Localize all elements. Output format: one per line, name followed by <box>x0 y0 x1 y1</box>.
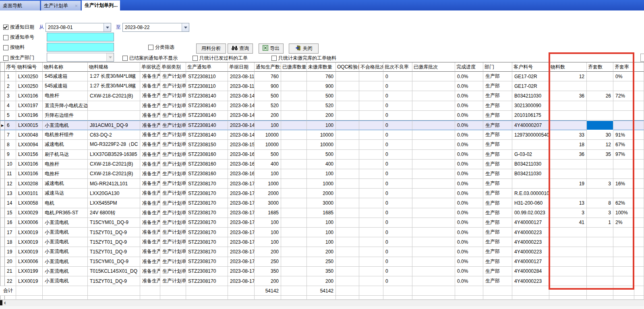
cell-kit[interactable] <box>587 72 613 81</box>
cell-badrate[interactable]: 0 <box>383 101 412 111</box>
cell-spec[interactable]: J81ACM01_DQ-9 <box>88 120 140 130</box>
cell-spec[interactable]: T15ZYT01_DQ-9 <box>88 276 140 286</box>
cell-spec[interactable]: T15CYM01_DQ-9 <box>88 257 140 267</box>
cell-code[interactable]: LXX0250 <box>16 72 43 81</box>
cell-unq[interactable] <box>359 160 383 169</box>
row-indicator[interactable] <box>0 179 5 189</box>
cell-seq[interactable]: 14 <box>5 198 16 208</box>
cell-dept[interactable]: 生产部 <box>483 189 512 198</box>
cell-badrate[interactable]: 0 <box>383 160 412 169</box>
cell-badrate[interactable]: 0 <box>383 72 412 81</box>
cell-dept[interactable]: 生产部 <box>483 81 512 91</box>
cell-status[interactable]: 准备生产 <box>140 208 160 218</box>
date-to-combo[interactable]: 2023-08-22 <box>122 23 189 32</box>
column-header-unpaid[interactable]: 未缴库数量 <box>307 62 336 72</box>
cell-notice[interactable]: STZ2308170 <box>186 208 228 218</box>
cell-status[interactable]: 准备生产 <box>140 91 160 101</box>
cell-oqc[interactable] <box>336 169 359 179</box>
cell-seq[interactable]: 5 <box>5 111 16 120</box>
cell-badrate[interactable]: 0 <box>383 169 412 179</box>
cell-extra[interactable] <box>634 228 644 237</box>
column-header-progress[interactable]: 完成进度 <box>455 62 483 72</box>
cell-paid[interactable] <box>281 81 307 91</box>
cell-spec[interactable]: 1:27 长度30/M4*L8螺 <box>88 81 140 91</box>
cell-unpaid[interactable]: 2000 <box>307 189 336 198</box>
cell-oqc[interactable] <box>336 247 359 257</box>
cell-unpaid[interactable]: 760 <box>307 72 336 81</box>
cell-cust[interactable]: GE17-02R <box>512 72 549 81</box>
cell-kitrate[interactable] <box>613 237 634 247</box>
cell-paid[interactable] <box>281 228 307 237</box>
cell-paid[interactable] <box>281 120 307 130</box>
cell-dept[interactable]: 生产部 <box>483 140 512 149</box>
cell-dept[interactable]: 生产部 <box>483 208 512 218</box>
cell-qty[interactable]: 1000 <box>255 179 281 189</box>
row-indicator[interactable] <box>0 247 5 257</box>
cell-type[interactable]: 生产计划单 <box>160 160 186 169</box>
cell-seq[interactable]: 10 <box>5 160 16 169</box>
cell-notice[interactable]: STZ2308140 <box>186 111 228 120</box>
cell-type[interactable]: 生产计划单 <box>160 179 186 189</box>
cell-badrate[interactable]: 0 <box>383 179 412 189</box>
cell-date[interactable]: 2023-08-14 <box>228 130 255 140</box>
cell-oqc[interactable] <box>336 140 359 149</box>
cell-dept[interactable]: 生产部 <box>483 130 512 140</box>
cell-unpaid[interactable]: 100 <box>307 169 336 179</box>
cell-mat[interactable]: 18 <box>549 140 587 149</box>
cell-badrate[interactable]: 0 <box>383 130 412 140</box>
cell-extra[interactable] <box>634 150 644 160</box>
cell-progress[interactable]: 0.0% <box>455 198 483 208</box>
cell-paid[interactable] <box>281 247 307 257</box>
cell-dept[interactable]: 生产部 <box>483 267 512 276</box>
cell-kitrate[interactable] <box>613 81 634 91</box>
cell-dept[interactable]: 生产部 <box>483 111 512 120</box>
row-indicator[interactable] <box>0 276 5 286</box>
cell-progress[interactable]: 0.0% <box>455 169 483 179</box>
cell-badrate[interactable]: 0 <box>383 237 412 247</box>
cell-extra[interactable] <box>634 81 644 91</box>
cell-unq[interactable] <box>359 267 383 276</box>
cell-badrate[interactable]: 0 <box>383 208 412 218</box>
cell-name[interactable]: 545减速箱 <box>43 81 88 91</box>
cell-unq[interactable] <box>359 247 383 257</box>
cell-kit[interactable]: 1 <box>587 218 613 228</box>
cell-seq[interactable]: 9 <box>5 150 16 160</box>
cell-status[interactable]: 准备生产 <box>140 160 160 169</box>
cell-paid[interactable] <box>281 169 307 179</box>
horizontal-scrollbar[interactable] <box>0 300 644 306</box>
cell-qty[interactable]: 500 <box>255 91 281 101</box>
cell-unq[interactable] <box>359 101 383 111</box>
cell-paidlot[interactable] <box>412 101 455 111</box>
cell-mat[interactable]: 33 <box>549 130 587 140</box>
cell-paid[interactable] <box>281 276 307 286</box>
cell-progress[interactable]: 0.0% <box>455 228 483 237</box>
cell-cust[interactable]: B034211030 <box>512 169 549 179</box>
cell-dept[interactable]: 生产部 <box>483 257 512 267</box>
cell-mat[interactable] <box>549 257 587 267</box>
cell-unpaid[interactable]: 200 <box>307 111 336 120</box>
cell-kit[interactable] <box>587 111 613 120</box>
cell-qty[interactable]: 100 <box>255 218 281 228</box>
cell-qty[interactable]: 760 <box>255 72 281 81</box>
splitter-handle[interactable] <box>0 300 2 305</box>
cell-cust[interactable]: 00.99.02.0023 <box>512 208 549 218</box>
cell-status[interactable]: 准备生产 <box>140 189 160 198</box>
cell-name[interactable]: 电机推杆组件 <box>43 130 88 140</box>
cell-spec[interactable]: MG-R3229F2-28（DC <box>88 140 140 149</box>
cell-cust[interactable]: 4Y40000223 <box>512 237 549 247</box>
cell-name[interactable]: 减速电机 <box>43 140 88 149</box>
cell-date[interactable]: 2023-08-14 <box>228 101 255 111</box>
column-header-extra[interactable] <box>634 62 644 72</box>
cell-dept[interactable]: 生产部 <box>483 72 512 81</box>
cell-dept[interactable]: 生产部 <box>483 198 512 208</box>
cell-spec[interactable]: CXW-218-C2021(B) <box>88 169 140 179</box>
cell-seq[interactable]: 1 <box>5 72 16 81</box>
cell-oqc[interactable] <box>336 208 359 218</box>
cell-type[interactable]: 生产计划单 <box>160 267 186 276</box>
cell-dept[interactable]: 生产部 <box>483 228 512 237</box>
hide-closed-checkbox[interactable] <box>122 56 128 61</box>
cell-code[interactable]: LXX0106 <box>16 91 43 101</box>
cell-qty[interactable]: 900 <box>255 81 281 91</box>
cell-qty[interactable]: 100 <box>255 237 281 247</box>
row-indicator[interactable] <box>0 237 5 247</box>
